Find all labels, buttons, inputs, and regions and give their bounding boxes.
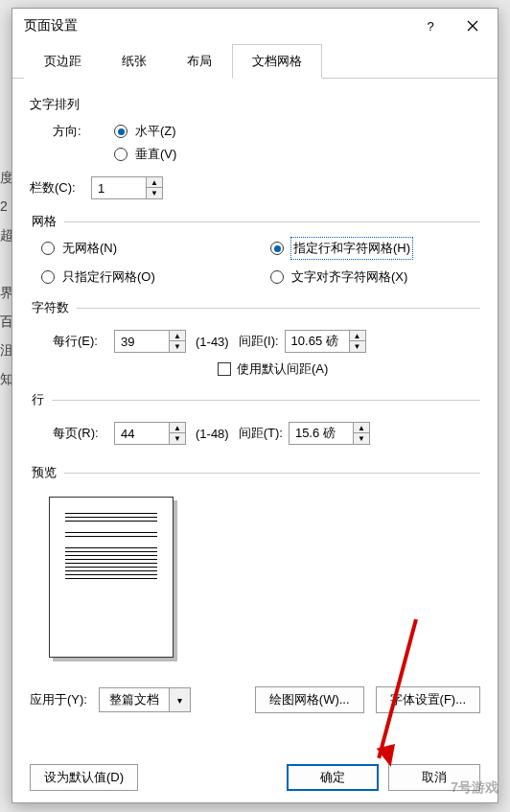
spin-down-icon[interactable]: ▼ xyxy=(170,433,185,444)
spin-down-icon[interactable]: ▼ xyxy=(170,341,185,352)
font-settings-button[interactable]: 字体设置(F)... xyxy=(376,686,480,713)
ok-button[interactable]: 确定 xyxy=(287,764,379,791)
set-default-button[interactable]: 设为默认值(D) xyxy=(30,764,138,791)
help-button[interactable]: ? xyxy=(409,12,452,40)
radio-line-only-grid[interactable]: 只指定行网格(O) xyxy=(41,268,251,286)
per-page-range: (1-48) xyxy=(196,427,229,441)
line-spacing-input[interactable] xyxy=(290,423,353,444)
close-button[interactable] xyxy=(452,12,494,40)
dialog-title: 页面设置 xyxy=(24,17,409,35)
text-direction-section: 文字排列 xyxy=(30,96,480,113)
tab-paper[interactable]: 纸张 xyxy=(102,44,167,79)
grid-legend: 网格 xyxy=(30,213,64,230)
apply-to-value: 整篇文档 xyxy=(100,691,169,708)
tab-margins[interactable]: 页边距 xyxy=(24,44,102,79)
radio-icon xyxy=(270,270,284,284)
drawing-grid-button[interactable]: 绘图网格(W)... xyxy=(255,686,364,713)
line-spacing-label: 间距(T): xyxy=(239,425,283,442)
chevron-down-icon[interactable]: ▾ xyxy=(169,688,190,711)
columns-spinner[interactable]: ▲ ▼ xyxy=(91,176,163,199)
spin-down-icon[interactable]: ▼ xyxy=(350,341,365,352)
radio-char-align-grid[interactable]: 文字对齐字符网格(X) xyxy=(270,268,480,286)
preview-fieldset: 预览 xyxy=(30,464,480,677)
per-line-spinner[interactable]: ▲▼ xyxy=(114,330,186,353)
tab-bar: 页边距 纸张 布局 文档网格 xyxy=(12,43,498,79)
char-spacing-spinner[interactable]: ▲▼ xyxy=(285,330,366,353)
background-text: 度2超界百沮知 xyxy=(0,163,12,393)
spin-up-icon[interactable]: ▲ xyxy=(354,423,369,433)
spin-up-icon[interactable]: ▲ xyxy=(170,423,185,433)
line-fieldset: 行 每页(R): ▲▼ (1-48) 间距(T): ▲▼ xyxy=(30,391,480,451)
radio-vertical[interactable]: 垂直(V) xyxy=(114,146,176,163)
dialog-footer: 设为默认值(D) 确定 取消 xyxy=(12,753,498,802)
spin-up-icon[interactable]: ▲ xyxy=(147,177,162,188)
radio-line-char-grid[interactable]: 指定行和字符网格(H) xyxy=(270,238,480,259)
dialog-content: 文字排列 方向: 水平(Z) 垂直(V) 栏数(C): ▲ ▼ xyxy=(12,79,498,753)
checkbox-icon xyxy=(218,362,231,376)
page-setup-dialog: 页面设置 ? 页边距 纸张 布局 文档网格 文字排列 方向: 水平(Z) 垂直(… xyxy=(12,8,498,803)
page-preview xyxy=(49,497,174,658)
radio-no-grid[interactable]: 无网格(N) xyxy=(41,238,251,259)
apply-to-label: 应用于(Y): xyxy=(30,691,87,708)
spin-up-icon[interactable]: ▲ xyxy=(350,331,365,341)
per-page-label: 每页(R): xyxy=(53,425,114,442)
apply-to-select[interactable]: 整篇文档 ▾ xyxy=(99,687,191,712)
radio-horizontal[interactable]: 水平(Z) xyxy=(114,123,176,140)
radio-icon xyxy=(41,242,55,255)
line-spacing-spinner[interactable]: ▲▼ xyxy=(289,422,370,445)
spin-down-icon[interactable]: ▼ xyxy=(354,433,369,444)
radio-icon xyxy=(114,148,128,161)
per-page-spinner[interactable]: ▲▼ xyxy=(114,422,186,445)
columns-input[interactable] xyxy=(92,177,146,198)
radio-icon xyxy=(270,242,284,255)
char-spacing-label: 间距(I): xyxy=(239,333,279,350)
per-line-label: 每行(E): xyxy=(53,333,114,350)
per-line-input[interactable] xyxy=(115,331,169,352)
per-page-input[interactable] xyxy=(115,423,169,444)
close-icon xyxy=(467,20,478,32)
radio-icon xyxy=(114,125,128,138)
titlebar: 页面设置 ? xyxy=(12,9,498,43)
radio-icon xyxy=(41,270,55,284)
columns-label: 栏数(C): xyxy=(30,179,91,197)
line-legend: 行 xyxy=(30,391,52,408)
direction-label: 方向: xyxy=(53,123,114,140)
per-line-range: (1-43) xyxy=(196,335,229,349)
tab-layout[interactable]: 布局 xyxy=(167,44,232,79)
tab-document-grid[interactable]: 文档网格 xyxy=(232,44,322,79)
char-spacing-input[interactable] xyxy=(286,331,349,352)
preview-legend: 预览 xyxy=(30,464,64,481)
spin-up-icon[interactable]: ▲ xyxy=(170,331,185,341)
spin-down-icon[interactable]: ▼ xyxy=(147,188,162,198)
use-default-spacing-checkbox[interactable]: 使用默认间距(A) xyxy=(218,360,480,378)
grid-fieldset: 网格 无网格(N) 指定行和字符网格(H) 只指定行网格(O) 文字对齐字符网格… xyxy=(30,213,480,286)
char-fieldset: 字符数 每行(E): ▲▼ (1-43) 间距(I): ▲▼ 使用默认间距(A) xyxy=(30,299,480,378)
char-legend: 字符数 xyxy=(30,299,77,316)
watermark: 7号游戏 xyxy=(451,779,498,797)
